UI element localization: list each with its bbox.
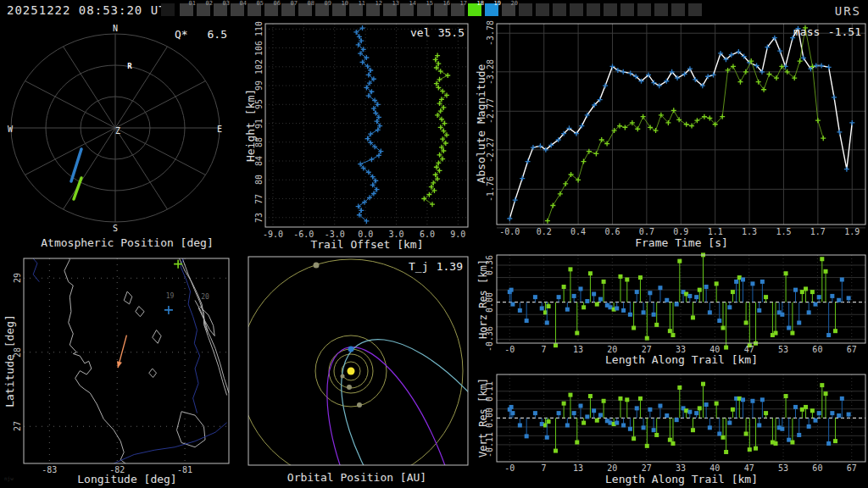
station-box-02[interactable]: 02: [197, 3, 210, 16]
station-box-17[interactable]: 17: [451, 3, 465, 16]
plus-marker: [545, 219, 550, 224]
x-tick-label: 13: [573, 345, 583, 354]
residual-point: [578, 404, 582, 408]
station-box-13[interactable]: 13: [383, 3, 397, 16]
station-box-08[interactable]: 08: [298, 3, 312, 16]
y-tick-label: 95: [254, 99, 264, 109]
residual-point: [554, 343, 558, 347]
horz-res-panel: [497, 252, 865, 349]
y-tick-label: -2.27: [486, 137, 495, 163]
residual-point: [665, 413, 669, 418]
x-tick-label: 1.1: [708, 227, 723, 236]
lake-outline: [124, 291, 132, 304]
compass-s: S: [113, 224, 118, 233]
station-box-15[interactable]: 15: [417, 3, 431, 16]
y-tick-label: 0.00: [485, 292, 494, 313]
station-box-blank[interactable]: [519, 3, 532, 16]
residual-point: [833, 439, 837, 443]
station-box-blank[interactable]: [620, 3, 634, 16]
station-box-06[interactable]: 06: [264, 3, 278, 16]
polar-spoke: [115, 81, 206, 129]
compass-w: W: [8, 125, 13, 134]
residual-point: [813, 419, 817, 423]
residual-point: [837, 298, 841, 302]
residual-point: [760, 280, 765, 284]
station-box-03[interactable]: 03: [214, 3, 227, 16]
x-tick-label: 60: [812, 345, 822, 354]
station-box-blank[interactable]: [161, 3, 175, 16]
map-station-label: 19: [166, 292, 175, 300]
mass-stat: mass -1.51: [793, 25, 861, 38]
vert-res-xlabel: Length Along Trail [km]: [605, 473, 758, 485]
residual-point: [810, 408, 815, 413]
residual-point: [757, 308, 761, 313]
station-box-07[interactable]: 07: [281, 3, 295, 16]
residual-point: [642, 425, 646, 430]
panel-border: [248, 257, 468, 465]
station-box-09[interactable]: 09: [315, 3, 329, 16]
vel-stat-label: vel: [410, 26, 430, 39]
station-box-18[interactable]: 18: [468, 3, 481, 16]
y-tick-label: 91: [254, 119, 264, 129]
residual-point: [668, 438, 672, 442]
residual-point: [780, 313, 784, 317]
residual-point: [804, 286, 808, 291]
x-tick-label: 53: [778, 345, 788, 354]
residual-point: [642, 310, 646, 314]
station-box-10[interactable]: 10: [332, 3, 346, 16]
residual-point: [731, 408, 735, 412]
residual-point: [721, 326, 725, 330]
station-20-line: [424, 56, 448, 205]
plus-marker: [593, 151, 598, 156]
station-box-blank[interactable]: [604, 3, 617, 16]
y-tick-label: -1.76: [486, 176, 495, 202]
coastline: [64, 252, 127, 465]
station-box-blank[interactable]: [671, 3, 685, 16]
residual-point: [632, 436, 636, 441]
river: [114, 423, 226, 463]
x-tick-label: 47: [744, 345, 754, 354]
residual-point: [701, 382, 705, 386]
residual-point: [638, 396, 643, 401]
station-box-19[interactable]: 19: [485, 3, 498, 16]
residual-point: [581, 305, 586, 309]
station-box-blank[interactable]: [688, 3, 702, 16]
q-stat: Q* 6.5: [175, 28, 227, 41]
plus-marker: [368, 131, 373, 136]
residual-point: [509, 288, 514, 292]
residual-point: [757, 423, 761, 427]
station-box-05[interactable]: 05: [248, 3, 261, 16]
station-box-04[interactable]: 04: [231, 3, 244, 16]
x-tick-label: 0.4: [570, 227, 586, 236]
station-box-blank[interactable]: [654, 3, 668, 16]
plus-marker: [369, 157, 374, 162]
residual-point: [793, 288, 798, 292]
station-box-blank[interactable]: [553, 3, 566, 16]
compass-n: N: [113, 24, 118, 33]
residual-point: [575, 331, 579, 336]
residual-point: [734, 280, 738, 284]
x-tick-label: 6.0: [420, 230, 435, 239]
y-tick-label: 0.36: [485, 255, 494, 275]
station-box-20[interactable]: 20: [502, 3, 515, 16]
station-box-blank[interactable]: [536, 3, 549, 16]
lake-outline: [136, 307, 144, 317]
station-box-11[interactable]: 11: [349, 3, 363, 16]
residual-point: [764, 411, 768, 415]
lat-tick-label: 27: [13, 421, 22, 431]
station-box-12[interactable]: 12: [366, 3, 380, 16]
station-box-label: 04: [240, 0, 247, 7]
station-box-01[interactable]: 01: [180, 3, 193, 16]
station-box-16[interactable]: 16: [434, 3, 448, 16]
map-ylabel: Latitude [deg]: [3, 314, 16, 408]
residual-point: [820, 383, 824, 387]
station-box-blank[interactable]: [637, 3, 651, 16]
sun-dot: [348, 368, 355, 375]
residual-point: [565, 308, 570, 312]
river: [29, 253, 39, 281]
station-box-14[interactable]: 14: [400, 3, 414, 16]
station-box-blank[interactable]: [587, 3, 600, 16]
station-box-blank[interactable]: [570, 3, 583, 16]
x-tick-label: -0: [504, 345, 515, 354]
residual-point: [715, 402, 719, 406]
